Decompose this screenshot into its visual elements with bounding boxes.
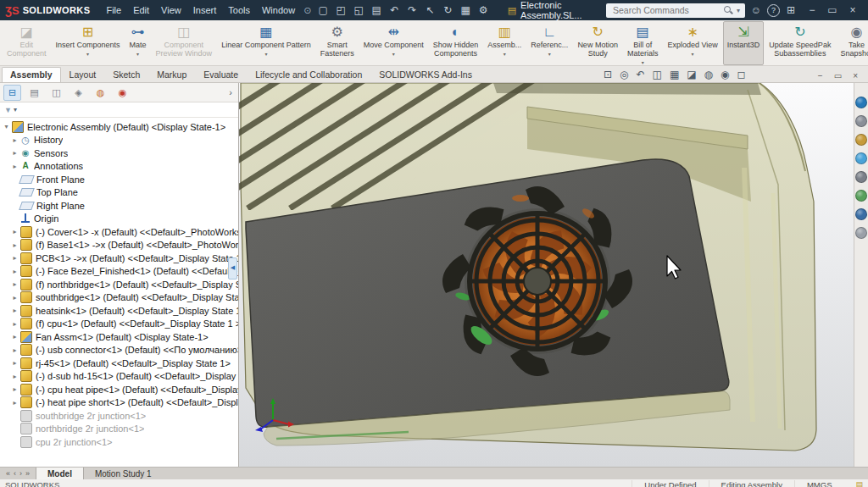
menu-window[interactable]: Window (256, 3, 301, 17)
menu-insert[interactable]: Insert (187, 3, 223, 17)
tree-item[interactable]: ▸(f) cpu<1> (Default) <<Default>_Display… (0, 318, 238, 331)
tree-item[interactable]: ▸(-) Cover<1> -x (Default) <<Default>_Ph… (0, 225, 238, 239)
doc-tab-model[interactable]: Model (36, 468, 84, 479)
tab-sketch[interactable]: Sketch (104, 67, 148, 82)
tree-item[interactable]: Front Plane (0, 173, 238, 186)
displaymanager-tab[interactable]: ◍ (92, 85, 109, 101)
restore-button[interactable]: ▭ (822, 4, 843, 16)
tab-markup[interactable]: Markup (148, 67, 195, 82)
doc-tab-motion-study-1[interactable]: Motion Study 1 (84, 468, 163, 479)
addins-tab[interactable]: ◉ (114, 85, 131, 101)
linear-component-pattern-button[interactable]: ▦Linear Component Pattern▾ (217, 21, 315, 65)
apps-icon[interactable]: ⊞ (782, 4, 800, 16)
minimize-button[interactable]: − (802, 4, 822, 16)
tree-item[interactable]: ▸(-) Face Bezel_Finished<1> (Default) <<… (0, 265, 238, 279)
undo-icon[interactable]: ↶ (386, 0, 403, 20)
tree-item[interactable]: ▸(-) d-sub hd-15<1> (Default) <<Default>… (0, 370, 238, 384)
move-component-button[interactable]: ⇹Move Component▾ (359, 21, 428, 65)
zoom-fit-icon[interactable]: ⊡ (604, 69, 612, 80)
tab-evaluate[interactable]: Evaluate (195, 67, 247, 82)
tree-item[interactable]: ▾Electronic Assembly (Default) <Display … (0, 120, 238, 134)
tree-item[interactable]: cpu 2r junction<1> (0, 435, 238, 449)
tree-item[interactable]: ▸heatsink<1> (Default) <<Default>_Displa… (0, 304, 238, 318)
panel-expand-chevron[interactable]: › (229, 87, 235, 97)
expander-icon[interactable]: ▸ (10, 294, 19, 302)
tree-item[interactable]: ▸(f) Base1<1> ->x (Default) <<Default>_P… (0, 239, 238, 252)
tree-item[interactable]: ▸Sensors (0, 147, 238, 160)
options-icon[interactable]: ⚙ (475, 0, 492, 20)
redo-icon[interactable]: ↷ (403, 0, 421, 20)
expander-icon[interactable]: ▸ (10, 307, 19, 314)
filter-dropdown-icon[interactable]: ▾ (14, 106, 17, 113)
menu-view[interactable]: View (155, 3, 187, 17)
restore-doc-button[interactable]: ▭ (834, 71, 842, 80)
expander-icon[interactable]: ▸ (10, 136, 19, 144)
expander-icon[interactable]: ▸ (10, 149, 19, 157)
next-tab-button[interactable]: › (19, 469, 22, 478)
help-icon[interactable]: ? (767, 4, 780, 17)
assembly-features-button[interactable]: ▥Assemb...▾ (483, 21, 526, 65)
tree-item[interactable]: Origin (0, 213, 238, 226)
expander-icon[interactable]: ▸ (10, 333, 19, 340)
file-explorer-icon[interactable] (855, 134, 867, 146)
filter-funnel-icon[interactable]: ▼ (4, 106, 12, 114)
configurationmanager-tab[interactable]: ◫ (47, 85, 65, 101)
reference-geometry-button[interactable]: ∟Referenc...▾ (526, 21, 572, 65)
close-doc-button[interactable]: × (853, 71, 858, 80)
search-icon[interactable] (723, 5, 733, 15)
menu-file[interactable]: File (100, 3, 127, 17)
featuremanager-tab[interactable]: ⊟ (3, 85, 21, 101)
menu-tools[interactable]: Tools (222, 3, 256, 17)
tree-item[interactable]: ▸(-) usb connector<1> (Default) <<По умо… (0, 344, 238, 357)
rebuild-icon[interactable]: ↻ (439, 0, 457, 20)
edit-appearance-icon[interactable]: ◉ (721, 69, 729, 80)
expander-icon[interactable]: ▸ (10, 268, 19, 275)
update-speedpak-subassemblies-button[interactable]: ↻Update SpeedPakSubassemblies (765, 21, 835, 65)
view-palette-icon[interactable] (855, 152, 867, 164)
new-file-icon[interactable]: ▢ (314, 0, 332, 20)
last-tab-button[interactable]: » (25, 469, 30, 478)
expander-icon[interactable]: ▸ (10, 163, 19, 170)
print-icon[interactable]: ▤ (368, 0, 386, 20)
design-library-icon[interactable] (855, 115, 867, 127)
instant3d-button[interactable]: ⇲Instant3D (723, 21, 765, 65)
tree-item[interactable]: southbridge 2r junction<1> (0, 409, 238, 423)
take-snapshot-button[interactable]: ◉TakeSnapshot (836, 21, 868, 65)
expander-icon[interactable]: ▸ (10, 241, 19, 249)
save-icon[interactable]: ◱ (350, 0, 368, 20)
show-hidden-components-button[interactable]: ◐Show HiddenComponents (429, 21, 483, 65)
expander-icon[interactable]: ▸ (10, 320, 19, 328)
forum-icon[interactable] (855, 227, 867, 239)
expander-icon[interactable]: ▸ (10, 359, 19, 367)
expander-icon[interactable]: ▾ (2, 123, 11, 130)
expander-icon[interactable]: ▸ (10, 228, 19, 235)
section-view-icon[interactable]: ◫ (653, 69, 662, 80)
tab-solidworks-add-ins[interactable]: SOLIDWORKS Add-Ins (370, 67, 481, 82)
display-style-icon[interactable]: ◪ (687, 69, 696, 80)
prev-tab-button[interactable]: ‹ (14, 469, 16, 478)
tree-item[interactable]: ▸Fan Assm<1> (Default) <Display State-1> (0, 330, 238, 344)
tree-item[interactable]: ▸PCB<1> ->x (Default) <<Default>_Display… (0, 252, 238, 265)
tree-item[interactable]: ▸southbridge<1> (Default) <<Default>_Dis… (0, 291, 238, 305)
expander-icon[interactable]: ▸ (10, 385, 19, 393)
dimxpertmanager-tab[interactable]: ◈ (70, 85, 87, 101)
mate-button[interactable]: ⊶Mate▾ (125, 21, 151, 65)
menu-edit[interactable]: Edit (127, 3, 155, 17)
new-motion-study-button[interactable]: ↻New MotionStudy (573, 21, 622, 65)
panel-collapse-handle[interactable]: ◀ (228, 257, 237, 279)
tree-item[interactable]: ▸Annotations (0, 160, 238, 174)
zoom-area-icon[interactable]: ◎ (620, 69, 628, 80)
pin-icon[interactable]: ⊙ (303, 5, 313, 16)
close-button[interactable]: × (843, 4, 863, 16)
expander-icon[interactable]: ▸ (10, 280, 19, 288)
tree-item[interactable]: ▸(-) cpu heat pipe<1> (Default) <<Defaul… (0, 383, 238, 396)
tree-item[interactable]: Right Plane (0, 199, 238, 213)
open-file-icon[interactable]: ◰ (332, 0, 350, 20)
search-input[interactable] (611, 4, 720, 16)
bill-of-materials-button[interactable]: ▤Bill ofMaterials▾ (623, 21, 663, 65)
expander-icon[interactable]: ▸ (10, 346, 19, 354)
viewport-3d[interactable] (239, 83, 854, 467)
tree-item[interactable]: ▸rj-45<1> (Default) <<Default>_Display S… (0, 357, 238, 370)
minimize-doc-button[interactable]: − (818, 71, 823, 80)
expander-icon[interactable]: ▸ (10, 399, 19, 407)
